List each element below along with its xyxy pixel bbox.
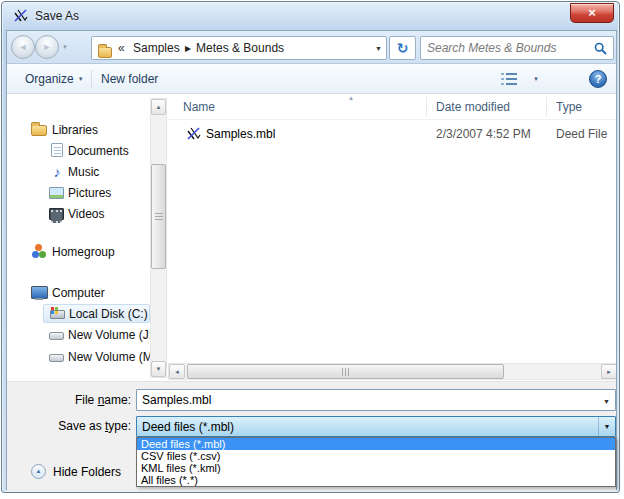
sidebar-item-documents[interactable]: Documents	[11, 142, 150, 161]
app-icon	[13, 8, 29, 24]
pictures-icon	[49, 187, 64, 199]
command-toolbar: Organize▼ New folder ▼ ?	[7, 64, 616, 94]
sidebar-item-pictures[interactable]: Pictures	[11, 184, 150, 203]
forward-button[interactable]: ►	[35, 35, 59, 59]
drive-icon	[49, 354, 64, 362]
file-name-value[interactable]: Samples.mbl	[142, 390, 211, 411]
sidebar-item-new-volume-m[interactable]: New Volume (M:	[11, 348, 150, 367]
dropdown-option-deed[interactable]: Deed files (*.mbl)	[137, 438, 615, 450]
breadcrumb-dropdown-icon[interactable]: ▼	[375, 45, 382, 52]
save-as-type-combo[interactable]: Deed files (*.mbl) ▼	[136, 416, 616, 437]
collapse-up-icon: ▲	[31, 464, 46, 479]
dropdown-option-csv[interactable]: CSV files (*.csv)	[137, 450, 615, 462]
videos-icon	[49, 208, 64, 220]
sidebar-label: New Volume (M:	[68, 348, 156, 367]
close-button[interactable]: ×	[570, 3, 614, 23]
sidebar-item-homegroup[interactable]: Homegroup	[11, 243, 150, 262]
label-text: ame:	[104, 393, 131, 407]
sidebar-item-local-disk-c[interactable]: Local Disk (C:)	[43, 304, 150, 323]
navigation-bar: ◄ ► ▼ « Samples ▸ Metes & Bounds ▼ ↻	[7, 31, 616, 64]
breadcrumb-separator-icon: ▸	[185, 37, 191, 59]
file-name-dropdown-icon[interactable]: ▼	[603, 398, 610, 405]
sidebar-label: Computer	[52, 284, 105, 303]
dropdown-option-all[interactable]: All files (*.*)	[137, 474, 615, 486]
column-header-name[interactable]: Name	[183, 94, 215, 120]
back-button[interactable]: ◄	[11, 35, 35, 59]
toolbar-separator	[91, 70, 92, 88]
drive-icon	[49, 332, 64, 340]
main-area: Libraries Documents ♪ Music Pictures Vid…	[7, 94, 616, 381]
sidebar-item-new-volume-j[interactable]: New Volume (J:)	[11, 326, 150, 345]
sidebar-scrollbar[interactable]: ▲ ▼	[150, 98, 167, 378]
computer-icon	[31, 285, 47, 301]
deed-file-icon	[186, 126, 202, 142]
dialog-body: ◄ ► ▼ « Samples ▸ Metes & Bounds ▼ ↻	[6, 30, 617, 490]
save-as-type-dropdown-icon[interactable]: ▼	[598, 417, 615, 436]
file-type-cell: Deed File	[556, 124, 607, 144]
filelist-horizontal-scrollbar[interactable]: ◄ ►	[168, 363, 616, 380]
label-text: Save as	[58, 419, 105, 433]
dropdown-option-kml[interactable]: KML files (*.kml)	[137, 462, 615, 474]
list-view-icon	[501, 72, 517, 85]
scroll-left-icon[interactable]: ◄	[169, 364, 185, 379]
search-box	[420, 36, 614, 60]
documents-icon	[51, 143, 63, 157]
hide-folders-label: Hide Folders	[53, 465, 121, 479]
sidebar-label: Pictures	[68, 184, 111, 203]
new-folder-label: New folder	[101, 72, 158, 86]
save-as-type-value[interactable]: Deed files (*.mbl)	[142, 417, 234, 437]
refresh-button[interactable]: ↻	[389, 36, 416, 60]
scroll-up-icon[interactable]: ▲	[151, 99, 166, 115]
file-row-samples-mbl[interactable]: Samples.mbl 2/3/2007 4:52 PM Deed File	[170, 124, 614, 144]
column-separator[interactable]	[426, 97, 427, 117]
sidebar-item-music[interactable]: ♪ Music	[11, 163, 150, 182]
save-as-type-label: Save as type:	[7, 419, 131, 433]
sidebar-label: Music	[68, 163, 99, 182]
sidebar-label: Homegroup	[52, 243, 115, 262]
file-list: Name ▲ Date modified Type Samples.mbl 2/…	[168, 94, 616, 381]
breadcrumb[interactable]: « Samples ▸ Metes & Bounds ▼	[91, 36, 387, 60]
breadcrumb-overflow[interactable]: «	[118, 37, 125, 59]
breadcrumb-item-metes-bounds[interactable]: Metes & Bounds	[196, 37, 284, 59]
recent-pages-chevron-icon[interactable]: ▼	[62, 44, 68, 50]
titlebar[interactable]: Save As ×	[2, 2, 619, 30]
scroll-down-icon[interactable]: ▼	[151, 361, 166, 377]
scrollbar-thumb[interactable]	[187, 364, 504, 379]
organize-button[interactable]: Organize▼	[21, 69, 88, 89]
organize-chevron-icon: ▼	[78, 76, 84, 82]
libraries-icon	[31, 125, 47, 136]
sort-ascending-icon[interactable]: ▲	[348, 94, 354, 102]
sidebar-label: New Volume (J:)	[68, 326, 156, 345]
sidebar-item-computer[interactable]: Computer	[11, 284, 150, 303]
sidebar-label: Videos	[68, 205, 104, 224]
local-disk-icon	[50, 310, 65, 319]
column-header-type[interactable]: Type	[556, 94, 582, 120]
column-header-date-modified[interactable]: Date modified	[436, 94, 510, 120]
music-icon: ♪	[49, 164, 65, 180]
views-chevron-icon: ▼	[533, 76, 539, 82]
save-as-type-dropdown-list: Deed files (*.mbl) CSV files (*.csv) KML…	[136, 437, 616, 487]
label-text: File	[75, 393, 98, 407]
sidebar-item-libraries[interactable]: Libraries	[11, 121, 150, 140]
footer-panel: File name: Samples.mbl ▼ Save as type: D…	[7, 381, 616, 491]
sidebar-item-videos[interactable]: Videos	[11, 205, 150, 224]
column-separator[interactable]	[546, 97, 547, 117]
folder-icon	[98, 47, 112, 58]
label-text: ype:	[108, 419, 131, 433]
search-input[interactable]	[427, 39, 587, 57]
file-name-combo[interactable]: Samples.mbl ▼	[136, 389, 616, 411]
screenshot-stage: Save As × ◄ ► ▼ « Samples ▸ Metes & Boun…	[0, 0, 624, 499]
sidebar-label: Local Disk (C:)	[69, 305, 148, 324]
column-header-row: Name ▲ Date modified Type	[168, 94, 616, 120]
views-button[interactable]: ▼	[501, 71, 541, 88]
scrollbar-thumb[interactable]	[151, 164, 166, 269]
sidebar-label: Documents	[68, 142, 129, 161]
breadcrumb-item-samples[interactable]: Samples	[133, 37, 180, 59]
file-date-cell: 2/3/2007 4:52 PM	[436, 124, 531, 144]
new-folder-button[interactable]: New folder	[97, 69, 162, 89]
scroll-right-icon[interactable]: ►	[601, 364, 616, 379]
navigation-pane: Libraries Documents ♪ Music Pictures Vid…	[11, 94, 150, 381]
search-icon[interactable]	[594, 42, 607, 55]
help-button[interactable]: ?	[589, 70, 607, 88]
save-as-dialog: Save As × ◄ ► ▼ « Samples ▸ Metes & Boun…	[1, 1, 620, 493]
